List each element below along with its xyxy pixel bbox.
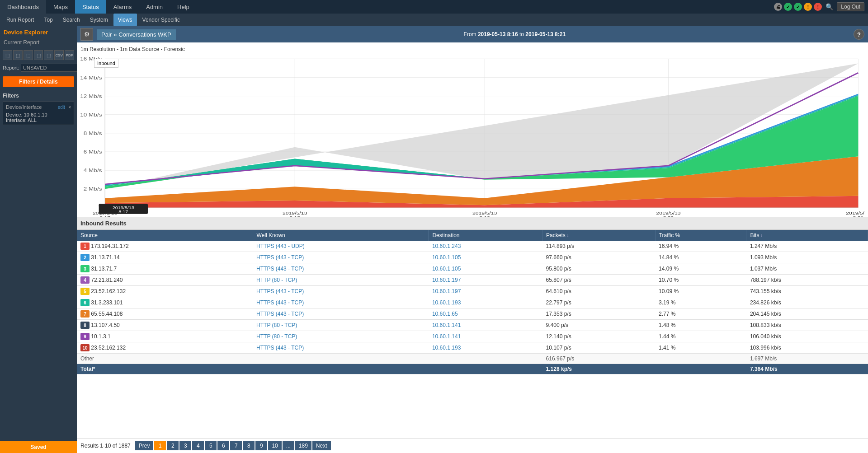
cell-bits: 108.833 kb/s — [746, 320, 868, 331]
sidebar-icon-pdf[interactable]: PDF — [65, 50, 74, 60]
sidebar-icon-5[interactable]: ⬚ — [44, 50, 53, 60]
cell-destination[interactable]: 10.60.1.193 — [429, 342, 542, 354]
cell-packets: 10.107 p/s — [542, 342, 655, 354]
svg-text:8:20: 8:20 — [663, 215, 674, 217]
cell-destination[interactable]: 10.60.1.105 — [429, 263, 542, 275]
subnav-system[interactable]: System — [85, 14, 113, 26]
sidebar-icon-2[interactable]: ⬚ — [13, 50, 23, 60]
source-link[interactable]: 31.13.71.7 — [91, 266, 117, 272]
logout-button[interactable]: Log Out — [837, 2, 864, 11]
status-icon-print: 🖨 — [774, 3, 782, 11]
nav-dashboards[interactable]: Dashboards — [0, 0, 46, 14]
status-icon-green2: ✓ — [794, 3, 802, 11]
cell-destination[interactable]: 10.60.1.197 — [429, 286, 542, 297]
breadcrumb-pair: Pair — [101, 31, 112, 38]
cell-destination[interactable]: 10.60.1.243 — [429, 241, 542, 252]
source-link[interactable]: 31.13.71.14 — [91, 254, 119, 261]
col-bits[interactable]: Bits — [746, 230, 868, 241]
cell-wellknown[interactable]: HTTPS (443 - TCP) — [253, 263, 429, 275]
nav-maps[interactable]: Maps — [46, 0, 75, 14]
nav-alarms[interactable]: Alarms — [106, 0, 139, 14]
source-link[interactable]: 31.3.233.101 — [91, 299, 123, 306]
cell-wellknown[interactable]: HTTP (80 - TCP) — [253, 331, 429, 342]
page-10-button[interactable]: 10 — [268, 441, 281, 450]
page-7-button[interactable]: 7 — [230, 441, 242, 450]
source-link[interactable]: 23.52.162.132 — [91, 288, 126, 294]
help-button[interactable]: ? — [854, 29, 864, 40]
prev-button[interactable]: Prev — [135, 441, 154, 450]
subnav-vendor-specific[interactable]: Vendor Specific — [138, 14, 184, 26]
cell-wellknown[interactable]: HTTP (80 - TCP) — [253, 275, 429, 286]
cell-wellknown[interactable]: HTTPS (443 - TCP) — [253, 297, 429, 308]
cell-destination[interactable]: 10.60.1.105 — [429, 252, 542, 263]
page-5-button[interactable]: 5 — [205, 441, 217, 450]
page-6-button[interactable]: 6 — [217, 441, 229, 450]
subnav-top[interactable]: Top — [39, 14, 57, 26]
source-link[interactable]: 72.21.81.240 — [91, 277, 123, 283]
source-link[interactable]: 173.194.31.172 — [91, 243, 128, 249]
cell-source: 9 10.1.3.1 — [77, 331, 253, 342]
page-8-button[interactable]: 8 — [243, 441, 255, 450]
cell-source: 5 23.52.162.132 — [77, 286, 253, 297]
cell-wellknown[interactable]: HTTPS (443 - TCP) — [253, 308, 429, 320]
cell-destination[interactable]: 10.60.1.197 — [429, 275, 542, 286]
page-9-button[interactable]: 9 — [255, 441, 267, 450]
cell-wellknown[interactable]: HTTPS (443 - UDP) — [253, 241, 429, 252]
source-link[interactable]: 10.1.3.1 — [91, 333, 110, 340]
cell-destination[interactable]: 10.60.1.193 — [429, 297, 542, 308]
row-number: 3 — [80, 265, 90, 272]
col-packets[interactable]: Packets — [542, 230, 655, 241]
svg-text:8:18: 8:18 — [289, 215, 300, 217]
cell-destination[interactable]: 10.60.1.141 — [429, 320, 542, 331]
filters-details-button[interactable]: Filters / Details — [3, 76, 74, 87]
nav-admin[interactable]: Admin — [139, 0, 170, 14]
sidebar-icon-1[interactable]: ⬚ — [3, 50, 12, 60]
table-row: 2 31.13.71.14 HTTPS (443 - TCP) 10.60.1.… — [77, 252, 868, 263]
page-189-button[interactable]: 189 — [295, 441, 311, 450]
cell-destination[interactable]: 10.60.1.65 — [429, 308, 542, 320]
chart-svg: 16 Mb/s 14 Mb/s 12 Mb/s 10 Mb/s 8 Mb/s 6… — [80, 54, 864, 217]
cell-wellknown[interactable]: HTTPS (443 - TCP) — [253, 252, 429, 263]
report-label: Report: — [3, 65, 19, 70]
content-area: ⚙ Pair » Conversations WKP From 2019-05-… — [77, 26, 868, 453]
next-button[interactable]: Next — [312, 441, 331, 450]
cell-packets: 12.140 p/s — [542, 331, 655, 342]
sidebar-icon-csv[interactable]: CSV — [54, 50, 64, 60]
subnav-search[interactable]: Search — [58, 14, 85, 26]
cell-wellknown[interactable]: HTTP (80 - TCP) — [253, 320, 429, 331]
page-3-button[interactable]: 3 — [179, 441, 191, 450]
gear-button[interactable]: ⚙ — [80, 28, 93, 41]
svg-text:2019/5/13: 2019/5/13 — [656, 210, 680, 215]
page-2-button[interactable]: 2 — [167, 441, 179, 450]
subnav-views[interactable]: Views — [113, 14, 137, 26]
search-icon[interactable]: 🔍 — [824, 3, 835, 10]
sidebar-icon-4[interactable]: ⬚ — [34, 50, 43, 60]
row-number: 1 — [80, 243, 90, 250]
svg-text:8:17: 8:17 — [99, 215, 110, 217]
source-link[interactable]: 13.107.4.50 — [91, 322, 119, 328]
col-destination: Destination — [429, 230, 542, 241]
filter-close-button[interactable]: × — [68, 105, 71, 110]
cell-wellknown[interactable]: HTTPS (443 - TCP) — [253, 342, 429, 354]
cell-destination[interactable]: 10.60.1.141 — [429, 331, 542, 342]
date-to-label: to — [519, 31, 524, 37]
page-1-button[interactable]: 1 — [154, 441, 166, 450]
cell-traffic: 16.94 % — [655, 241, 746, 252]
row-number: 5 — [80, 288, 90, 295]
subnav-run-report[interactable]: Run Report — [2, 14, 38, 26]
source-link[interactable]: 23.52.162.132 — [91, 345, 126, 351]
row-number: 2 — [80, 254, 90, 261]
nav-help[interactable]: Help — [170, 0, 197, 14]
page-ellipsis-button[interactable]: ... — [283, 441, 294, 450]
cell-wellknown[interactable]: HTTPS (443 - TCP) — [253, 286, 429, 297]
cell-bits: 743.155 kb/s — [746, 286, 868, 297]
sidebar-icon-3[interactable]: ⬚ — [24, 50, 33, 60]
nav-status[interactable]: Status — [75, 0, 106, 14]
row-number: 9 — [80, 333, 90, 340]
table-row: 6 31.3.233.101 HTTPS (443 - TCP) 10.60.1… — [77, 297, 868, 308]
source-link[interactable]: 65.55.44.108 — [91, 311, 123, 317]
results-title: Inbound Results — [77, 217, 868, 230]
other-label: Other — [77, 354, 542, 364]
page-4-button[interactable]: 4 — [192, 441, 204, 450]
filter-edit-button[interactable]: edit — [58, 105, 65, 110]
